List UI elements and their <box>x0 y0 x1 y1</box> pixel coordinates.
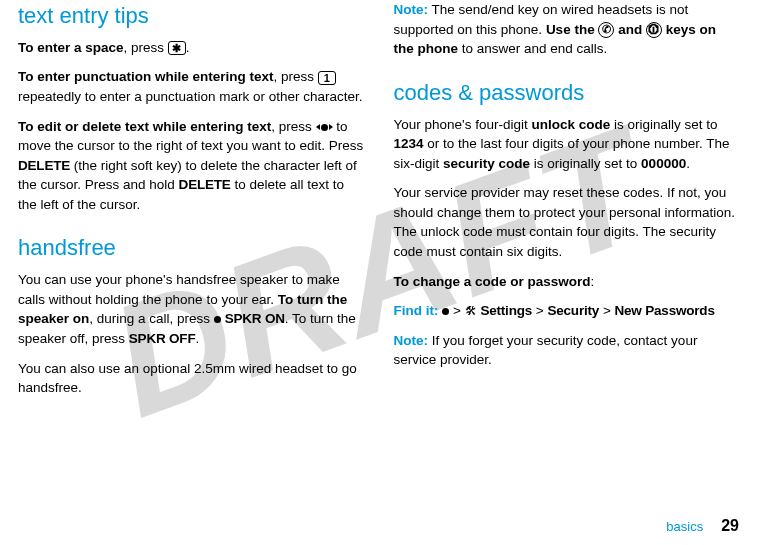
text: , press <box>271 119 315 134</box>
text: > <box>599 303 614 318</box>
key-1: 1 <box>318 71 336 85</box>
text-bold: To enter a space <box>18 40 124 55</box>
text: , press <box>274 69 318 84</box>
nav-key-icon <box>316 124 333 131</box>
settings-icon: 🛠 <box>465 303 477 320</box>
para-find-it: Find it: > 🛠 Settings > Security > New P… <box>394 301 740 321</box>
text: . <box>686 156 690 171</box>
text: is originally set to <box>610 117 717 132</box>
text-bold: and <box>614 22 646 37</box>
key-send: ✆ <box>598 22 614 38</box>
text: > <box>449 303 464 318</box>
text-bold: To change a code or password <box>394 274 591 289</box>
find-it-label: Find it: <box>394 303 443 318</box>
right-column: Note: The send/end key on wired headsets… <box>394 0 740 510</box>
content-columns: text entry tips To enter a space, press … <box>0 0 757 510</box>
para-headset: You can also use an optional 2.5mm wired… <box>18 359 364 398</box>
text: to answer and end calls. <box>458 41 607 56</box>
menu-new-passwords: New Passwords <box>615 303 715 318</box>
text-bold: To edit or delete text while entering te… <box>18 119 271 134</box>
left-column: text entry tips To enter a space, press … <box>18 0 364 510</box>
center-key-icon <box>214 316 221 323</box>
note-label: Note: <box>394 2 429 17</box>
para-handsfree: You can use your phone's handsfree speak… <box>18 270 364 348</box>
note-label: Note: <box>394 333 429 348</box>
softkey-spkr-on: SPKR ON <box>225 311 285 326</box>
softkey-spkr-off: SPKR OFF <box>129 331 196 346</box>
text: is originally set to <box>530 156 641 171</box>
para-note-forgot: Note: If you forget your security code, … <box>394 331 740 370</box>
menu-security: Security <box>547 303 599 318</box>
text-bold: 1234 <box>394 136 424 151</box>
para-reset-codes: Your service provider may reset these co… <box>394 183 740 261</box>
para-note-headset: Note: The send/end key on wired headsets… <box>394 0 740 59</box>
menu-settings: Settings <box>480 303 532 318</box>
text: : <box>591 274 595 289</box>
heading-text-entry-tips: text entry tips <box>18 0 364 32</box>
softkey-delete: DELETE <box>18 158 70 173</box>
text-bold: security code <box>443 156 530 171</box>
text: , during a call, press <box>89 311 214 326</box>
para-edit-delete: To edit or delete text while entering te… <box>18 117 364 215</box>
para-change-code: To change a code or password: <box>394 272 740 292</box>
text: . <box>186 40 190 55</box>
text: Your phone's four-digit <box>394 117 532 132</box>
para-enter-space: To enter a space, press ✱. <box>18 38 364 58</box>
text-bold: 000000 <box>641 156 686 171</box>
key-star: ✱ <box>168 41 186 55</box>
page-number: 29 <box>721 517 739 534</box>
heading-codes-passwords: codes & passwords <box>394 77 740 109</box>
heading-handsfree: handsfree <box>18 232 364 264</box>
softkey-delete: DELETE <box>179 177 231 192</box>
text: , press <box>124 40 168 55</box>
text: If you forget your security code, contac… <box>394 333 698 368</box>
para-unlock-code: Your phone's four-digit unlock code is o… <box>394 115 740 174</box>
text: . <box>195 331 199 346</box>
footer-section-label: basics <box>666 519 703 534</box>
key-end: ⏼ <box>646 22 662 38</box>
text: repeatedly to enter a punctuation mark o… <box>18 89 362 104</box>
text: > <box>532 303 547 318</box>
text-bold: To enter punctuation while entering text <box>18 69 274 84</box>
page-footer: basics29 <box>666 517 739 535</box>
para-enter-punct: To enter punctuation while entering text… <box>18 67 364 106</box>
text-bold: Use the <box>546 22 599 37</box>
text-bold: unlock code <box>531 117 610 132</box>
